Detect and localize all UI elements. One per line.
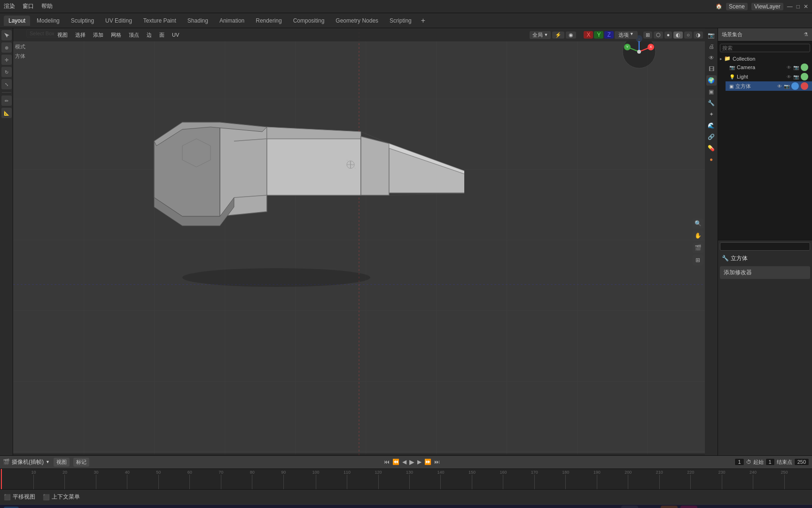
prop-output-icon[interactable]: 🖨: [706, 41, 717, 52]
timeline-ruler[interactable]: 1020304050607080901001101201301401501601…: [0, 469, 812, 489]
win-minimize[interactable]: —: [787, 3, 793, 10]
shading-material[interactable]: ◐: [673, 32, 683, 39]
outliner-item-light[interactable]: 💡 Light 👁 📷: [726, 72, 812, 81]
shading-solid[interactable]: ●: [664, 32, 672, 39]
menu-render[interactable]: 渲染: [4, 2, 15, 10]
outliner-item-cube[interactable]: ▣ 立方体 👁 📷: [726, 81, 812, 91]
pan-icon[interactable]: ✋: [693, 230, 703, 241]
jump-start-btn[interactable]: ⏮: [384, 459, 390, 465]
tab-uv-editing[interactable]: UV Editing: [101, 16, 137, 26]
tab-geometry-nodes[interactable]: Geometry Nodes: [331, 16, 383, 26]
vp-menu-mesh[interactable]: 网格: [108, 31, 124, 40]
viewport-resize-handle[interactable]: [13, 453, 705, 455]
add-workspace-tab[interactable]: +: [418, 16, 428, 25]
tab-compositing[interactable]: Compositing: [289, 16, 329, 26]
light-render-icon[interactable]: 📷: [793, 74, 799, 79]
outliner-search[interactable]: [718, 41, 812, 55]
tool-annotate[interactable]: ✏: [1, 95, 12, 106]
play-pause-btn[interactable]: ▶: [409, 458, 414, 466]
outliner-item-collection[interactable]: ▸ 📁 Collection: [718, 55, 812, 63]
next-frame-btn[interactable]: ⏩: [424, 459, 431, 465]
prop-constraints-icon[interactable]: 🔗: [706, 132, 717, 142]
prev-keyframe-btn[interactable]: ◀: [402, 459, 406, 465]
snap-btn[interactable]: ⚡: [552, 32, 564, 39]
tab-animation[interactable]: Animation: [215, 16, 249, 26]
camera-eye-icon[interactable]: 👁: [787, 65, 791, 70]
tool-rotate[interactable]: ↻: [1, 67, 12, 77]
menu-window[interactable]: 窗口: [23, 2, 34, 10]
z-axis-btn[interactable]: Z: [604, 31, 613, 39]
vp-menu-edge[interactable]: 边: [144, 31, 155, 40]
prop-view-layer-icon[interactable]: 👁: [706, 53, 717, 63]
prop-physics-icon[interactable]: 🌊: [706, 120, 717, 131]
add-modifier-button[interactable]: 添加修改器: [720, 266, 810, 279]
taskbar-multitask-btn[interactable]: [601, 506, 618, 508]
xray-btn[interactable]: ⬡: [654, 32, 663, 39]
camera-dropdown[interactable]: 🎬 摄像机(插帧) ▼: [3, 458, 50, 466]
tool-select[interactable]: [1, 30, 12, 40]
outliner-item-camera[interactable]: 📷 Camera 👁 📷: [726, 63, 812, 72]
options-btn[interactable]: 选项▼: [615, 31, 638, 39]
props-search-input[interactable]: [720, 242, 810, 251]
prop-material-icon[interactable]: ●: [706, 154, 717, 165]
scene-name[interactable]: Scene: [726, 3, 748, 10]
next-keyframe-btn[interactable]: ▶: [417, 459, 422, 465]
tab-shading[interactable]: Shading: [183, 16, 213, 26]
tab-sculpting[interactable]: Sculpting: [66, 16, 99, 26]
taskbar-ai[interactable]: Ai: [680, 506, 697, 508]
camera-view-icon[interactable]: ⊞: [693, 255, 703, 265]
zoom-in-icon[interactable]: 🔍: [693, 218, 703, 229]
tab-scripting[interactable]: Scripting: [385, 16, 416, 26]
tab-layout[interactable]: Layout: [4, 16, 30, 26]
prop-scene-icon[interactable]: 🎞: [706, 64, 717, 74]
tl-view-btn[interactable]: 视图: [54, 458, 70, 467]
shading-eevee[interactable]: ◑: [694, 32, 703, 39]
cube-eye-icon[interactable]: 👁: [777, 84, 782, 89]
tl-markers-btn[interactable]: 标记: [73, 458, 89, 467]
end-frame-num[interactable]: 250: [794, 458, 809, 466]
y-axis-btn[interactable]: Y: [594, 31, 603, 39]
tool-scale[interactable]: ⤡: [1, 79, 12, 89]
viewport-3d[interactable]: Select Box ▼ 模式 方体 视图 选择 添加 网格 顶点 边 面 UV…: [13, 28, 705, 455]
current-frame-num[interactable]: 1: [734, 458, 744, 466]
vp-menu-face[interactable]: 面: [156, 31, 167, 40]
title-menus[interactable]: 渲染 窗口 帮助: [4, 2, 53, 10]
light-eye-icon[interactable]: 👁: [787, 74, 791, 79]
camera-render-icon[interactable]: 📷: [793, 65, 799, 70]
shading-rendered[interactable]: ○: [684, 32, 692, 39]
taskbar-search-btn[interactable]: [582, 506, 599, 508]
tool-measure[interactable]: 📐: [1, 108, 12, 118]
prop-render-icon[interactable]: 📷: [706, 30, 717, 40]
orbit-icon[interactable]: 🎬: [693, 243, 703, 253]
overlay-btn[interactable]: ⊞: [643, 32, 652, 39]
prop-modifiers-icon[interactable]: 🔧: [706, 98, 717, 108]
tab-rendering[interactable]: Rendering: [251, 16, 286, 26]
taskbar-edge[interactable]: [621, 506, 638, 508]
prop-object-icon[interactable]: ▣: [706, 87, 717, 97]
prev-frame-btn[interactable]: ⏪: [392, 459, 399, 465]
vp-menu-view[interactable]: 视图: [55, 31, 70, 40]
global-dropdown[interactable]: 全局▼: [530, 31, 551, 39]
tab-modeling[interactable]: Modeling: [32, 16, 64, 26]
windows-start-btn[interactable]: [4, 507, 19, 508]
win-close[interactable]: ✕: [804, 3, 808, 10]
outliner-filter-icon[interactable]: ⚗: [804, 32, 808, 38]
vp-menu-uv[interactable]: UV: [169, 31, 182, 39]
outliner-search-input[interactable]: [720, 44, 810, 52]
vp-menu-select[interactable]: 选择: [72, 31, 88, 40]
playhead[interactable]: [1, 469, 2, 489]
prop-data-icon[interactable]: 💊: [706, 143, 717, 153]
vp-menu-vertex[interactable]: 顶点: [126, 31, 142, 40]
vp-menu-add[interactable]: 添加: [90, 31, 106, 40]
win-maximize[interactable]: □: [796, 3, 800, 10]
proportional-btn[interactable]: ◉: [566, 32, 576, 39]
x-axis-btn[interactable]: X: [584, 31, 593, 39]
tab-texture-paint[interactable]: Texture Paint: [139, 16, 181, 26]
cube-render-icon[interactable]: 📷: [784, 84, 789, 89]
view-layer-name[interactable]: ViewLayer: [751, 3, 783, 10]
prop-particles-icon[interactable]: ✦: [706, 109, 717, 119]
jump-end-btn[interactable]: ⏭: [434, 459, 440, 465]
taskbar-explorer[interactable]: [641, 506, 658, 508]
prop-world-icon[interactable]: 🌍: [706, 75, 717, 86]
start-frame-num[interactable]: 1: [765, 458, 775, 466]
